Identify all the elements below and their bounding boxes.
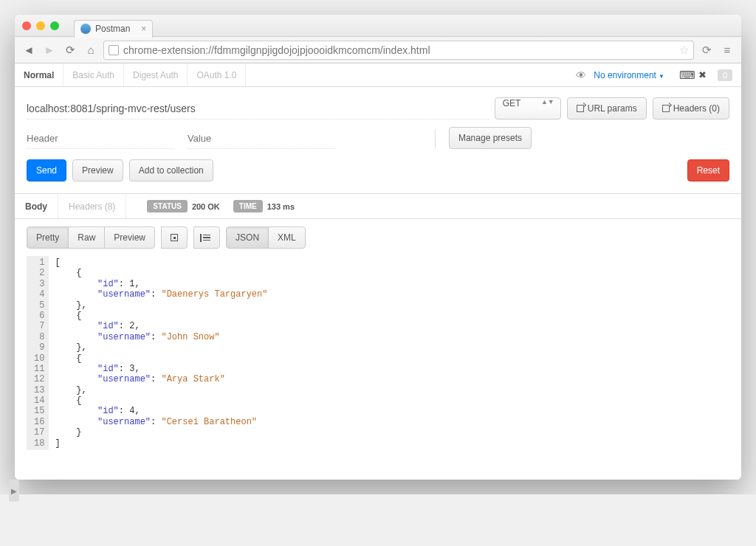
titlebar: Postman ×: [15, 15, 741, 37]
request-url-input[interactable]: [27, 98, 489, 120]
preview-button[interactable]: Preview: [72, 159, 123, 182]
globe-icon: [80, 24, 91, 34]
bookmark-icon[interactable]: ☆: [679, 44, 689, 57]
action-row: Send Preview Add to collection Reset: [15, 159, 741, 194]
time-label: TIME: [233, 200, 263, 212]
tab-digest-auth[interactable]: Digest Auth: [124, 63, 188, 86]
page-icon: [109, 45, 119, 55]
home-icon[interactable]: ⌂: [83, 42, 99, 58]
status-label: STATUS: [147, 200, 188, 212]
header-value-input[interactable]: [188, 128, 335, 149]
params-icon: [577, 105, 584, 112]
line-gutter: 123456789101112131415161718: [27, 256, 49, 450]
tab-normal[interactable]: Normal: [15, 63, 63, 86]
maximize-icon[interactable]: [50, 21, 59, 30]
response-tabs: Body Headers (8) STATUS 200 OK TIME 133 …: [15, 194, 741, 219]
auth-tabs: Normal Basic Auth Digest Auth OAuth 1.0 …: [15, 63, 741, 87]
add-to-collection-button[interactable]: Add to collection: [129, 159, 213, 182]
back-icon[interactable]: ◄: [21, 42, 37, 58]
reload-icon[interactable]: ⟳: [62, 42, 78, 58]
chrome-menu-icon[interactable]: ≡: [719, 42, 735, 58]
wrap-button[interactable]: [161, 227, 188, 249]
address-url: chrome-extension://fdmmgilgnpjigdojojpjo…: [123, 44, 430, 56]
send-button[interactable]: Send: [27, 159, 66, 182]
postman-app: Normal Basic Auth Digest Auth OAuth 1.0 …: [15, 63, 741, 480]
header-key-input[interactable]: [27, 128, 174, 149]
time-value: 133 ms: [267, 202, 295, 211]
response-status: STATUS 200 OK TIME 133 ms: [147, 194, 295, 218]
divider: [435, 130, 436, 149]
response-json: [ { "id": 1, "username": "Daenerys Targa…: [49, 256, 267, 450]
format-button[interactable]: [193, 227, 220, 249]
headers-button[interactable]: Headers (0): [653, 97, 729, 120]
request-row: GET ▲▼ URL params Headers (0): [15, 87, 741, 127]
tab-title: Postman: [95, 24, 130, 34]
status-value: 200 OK: [192, 202, 220, 211]
reset-button[interactable]: Reset: [687, 159, 729, 182]
keyboard-icon[interactable]: [679, 69, 691, 82]
http-method-select[interactable]: GET ▲▼: [495, 97, 561, 120]
tab-close-icon[interactable]: ×: [141, 24, 146, 34]
tab-oauth1[interactable]: OAuth 1.0: [188, 63, 246, 86]
xml-format-button[interactable]: XML: [268, 227, 306, 249]
sidebar-handle[interactable]: ▶: [9, 480, 19, 494]
pretty-button[interactable]: Pretty: [27, 227, 69, 249]
chrome-reload-ext-icon[interactable]: ⟳: [698, 42, 715, 58]
browser-window: Postman × ◄ ► ⟳ ⌂ chrome-extension://fdm…: [15, 15, 741, 480]
headers-icon: [662, 105, 670, 112]
minimize-icon[interactable]: [36, 21, 45, 30]
browser-toolbar: ◄ ► ⟳ ⌂ chrome-extension://fdmmgilgnpjig…: [15, 37, 741, 63]
body-view-controls: Pretty Raw Preview JSON XML: [15, 219, 741, 256]
raw-button[interactable]: Raw: [68, 227, 105, 249]
address-bar[interactable]: chrome-extension://fdmmgilgnpjigdojojpjo…: [103, 41, 694, 60]
response-body-editor[interactable]: 123456789101112131415161718 [ { "id": 1,…: [15, 256, 741, 480]
manage-presets-button[interactable]: Manage presets: [449, 127, 532, 149]
headers-editor-row: Manage presets: [15, 127, 741, 159]
environment-selector[interactable]: No environment▼: [594, 70, 664, 80]
tab-basic-auth[interactable]: Basic Auth: [63, 63, 124, 86]
bars-icon: [203, 235, 210, 241]
notification-count[interactable]: 0: [718, 69, 732, 81]
forward-icon: ►: [41, 42, 58, 58]
close-icon[interactable]: [22, 21, 31, 30]
tab-body[interactable]: Body: [15, 194, 58, 218]
eye-icon[interactable]: 👁: [576, 69, 586, 81]
url-params-button[interactable]: URL params: [567, 97, 647, 120]
tab-response-headers[interactable]: Headers (8): [58, 194, 126, 218]
window-controls: [22, 21, 59, 30]
json-format-button[interactable]: JSON: [226, 227, 269, 249]
browser-tab[interactable]: Postman ×: [74, 20, 153, 38]
settings-icon[interactable]: [698, 69, 710, 80]
preview-body-button[interactable]: Preview: [104, 227, 155, 249]
square-icon: [171, 234, 178, 241]
